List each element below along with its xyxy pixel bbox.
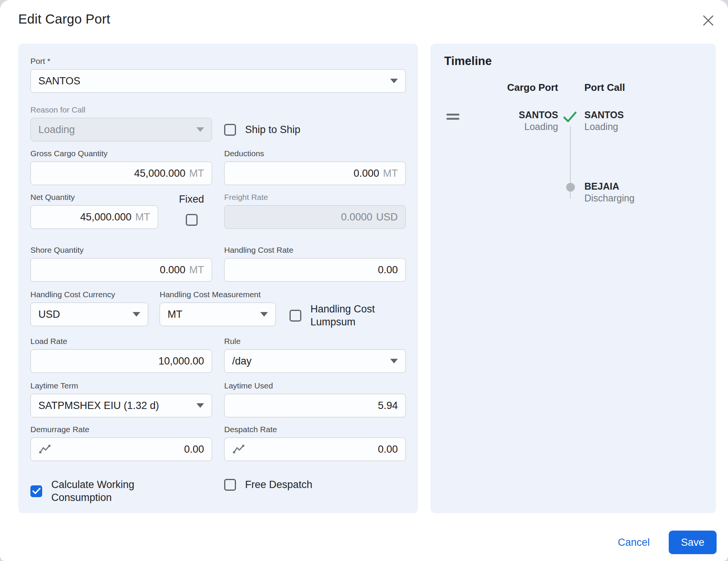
net-quantity-field: Net Quantity 45,000.000 MT bbox=[30, 193, 158, 229]
load-rate-field: Load Rate 10,000.00 bbox=[30, 337, 212, 373]
reason-for-call-select: Loading bbox=[30, 118, 212, 141]
demurrage-rate-field: Demurrage Rate 0.00 bbox=[30, 425, 212, 461]
demurrage-rate-input[interactable]: 0.00 bbox=[30, 437, 212, 461]
demurrage-rate-label: Demurrage Rate bbox=[30, 425, 212, 434]
handling-cost-measurement-label: Handling Cost Measurement bbox=[160, 290, 276, 299]
fixed-checkbox[interactable] bbox=[186, 214, 198, 226]
port-value: SANTOS bbox=[38, 75, 81, 87]
load-rate-input[interactable]: 10,000.00 bbox=[30, 349, 212, 373]
fixed-label: Fixed bbox=[179, 193, 204, 206]
handling-cost-measurement-field: Handling Cost Measurement MT bbox=[160, 290, 276, 328]
handling-cost-currency-value: USD bbox=[38, 309, 60, 320]
deductions-unit: MT bbox=[383, 168, 398, 179]
laytime-term-select[interactable]: SATPMSHEX EIU (1.32 d) bbox=[30, 394, 212, 417]
net-quantity-unit: MT bbox=[135, 211, 150, 223]
laytime-term-label: Laytime Term bbox=[30, 381, 212, 390]
save-button[interactable]: Save bbox=[669, 531, 717, 554]
handling-cost-rate-label: Handling Cost Rate bbox=[224, 246, 406, 255]
laytime-used-input[interactable]: 5.94 bbox=[224, 394, 406, 417]
rule-select[interactable]: /day bbox=[224, 349, 406, 373]
timeline-title: Timeline bbox=[444, 54, 702, 68]
despatch-rate-value: 0.00 bbox=[378, 444, 398, 455]
fixed-option: Fixed bbox=[173, 193, 210, 229]
rule-value: /day bbox=[232, 355, 252, 367]
timeline-node-dot bbox=[566, 183, 575, 192]
timeline-port-call-name: SANTOS bbox=[584, 109, 624, 121]
chevron-down-icon bbox=[196, 127, 204, 132]
despatch-rate-input[interactable]: 0.00 bbox=[224, 437, 406, 461]
handling-cost-currency-label: Handling Cost Currency bbox=[30, 290, 148, 299]
laytime-term-field: Laytime Term SATPMSHEX EIU (1.32 d) bbox=[30, 381, 212, 417]
timeline-port-call-name: BEJAIA bbox=[584, 181, 635, 192]
laytime-used-field: Laytime Used 5.94 bbox=[224, 381, 406, 417]
shore-quantity-value: 0.000 bbox=[160, 264, 185, 276]
handling-cost-lumpsum-label: Handling Cost Lumpsum bbox=[310, 303, 398, 328]
timeline-port-call-reason: Discharging bbox=[584, 192, 635, 204]
rule-field: Rule /day bbox=[224, 337, 406, 373]
deductions-value: 0.000 bbox=[353, 168, 379, 179]
net-quantity-label: Net Quantity bbox=[30, 193, 158, 202]
handling-cost-lumpsum-option: Handling Cost Lumpsum bbox=[290, 290, 398, 328]
close-button[interactable] bbox=[701, 14, 715, 27]
timeline-panel: Timeline Cargo Port Port Call SANTOS Loa… bbox=[430, 44, 716, 513]
freight-rate-label: Freight Rate bbox=[224, 193, 406, 202]
cargo-port-form-panel: Port * SANTOS Reason for Call Loading bbox=[18, 44, 418, 513]
reason-for-call-value: Loading bbox=[38, 124, 75, 136]
gross-cargo-quantity-label: Gross Cargo Quantity bbox=[30, 149, 212, 158]
load-rate-label: Load Rate bbox=[30, 337, 212, 346]
net-quantity-input[interactable]: 45,000.000 MT bbox=[30, 205, 158, 229]
net-quantity-value: 45,000.000 bbox=[80, 211, 131, 223]
reason-for-call-label: Reason for Call bbox=[30, 105, 212, 114]
free-despatch-option: Free Despatch bbox=[224, 478, 406, 491]
cancel-button[interactable]: Cancel bbox=[618, 537, 650, 548]
deductions-field: Deductions 0.000 MT bbox=[224, 149, 406, 185]
calculate-working-consumption-option: Calculate Working Consumption bbox=[30, 478, 212, 504]
port-label: Port * bbox=[30, 57, 406, 66]
shore-quantity-input[interactable]: 0.000 MT bbox=[30, 258, 212, 282]
timeline-port-call-entry: BEJAIA Discharging bbox=[584, 181, 635, 204]
calculate-working-consumption-checkbox[interactable] bbox=[30, 485, 42, 497]
gross-cargo-quantity-value: 45,000.000 bbox=[134, 168, 185, 179]
gross-cargo-quantity-input[interactable]: 45,000.000 MT bbox=[30, 162, 212, 185]
free-despatch-checkbox[interactable] bbox=[224, 479, 236, 491]
handling-cost-currency-select[interactable]: USD bbox=[30, 303, 148, 326]
handling-cost-rate-value: 0.00 bbox=[378, 264, 398, 276]
gross-cargo-quantity-field: Gross Cargo Quantity 45,000.000 MT bbox=[30, 149, 212, 185]
ship-to-ship-checkbox[interactable] bbox=[224, 124, 236, 136]
handling-cost-measurement-value: MT bbox=[168, 309, 182, 320]
handling-cost-currency-field: Handling Cost Currency USD bbox=[30, 290, 148, 328]
timeline-port-call-reason: Loading bbox=[584, 121, 624, 133]
chevron-down-icon bbox=[196, 403, 204, 408]
freight-rate-unit: USD bbox=[376, 211, 398, 223]
port-select[interactable]: SANTOS bbox=[30, 69, 406, 93]
edit-cargo-port-dialog: Edit Cargo Port Port * SANTOS Reason for… bbox=[0, 0, 728, 561]
chevron-down-icon bbox=[260, 312, 268, 317]
ship-to-ship-option: Ship to Ship bbox=[224, 123, 301, 136]
reason-for-call-field: Reason for Call Loading bbox=[30, 105, 212, 141]
rule-label: Rule bbox=[224, 337, 406, 346]
check-icon bbox=[563, 111, 577, 124]
free-despatch-label: Free Despatch bbox=[245, 478, 312, 491]
handling-cost-measurement-select[interactable]: MT bbox=[160, 303, 276, 326]
chevron-down-icon bbox=[133, 312, 140, 317]
timeline-column-port-call: Port Call bbox=[584, 82, 625, 94]
handling-cost-rate-field: Handling Cost Rate 0.00 bbox=[224, 246, 406, 282]
rate-chart-icon[interactable] bbox=[38, 444, 51, 455]
chevron-down-icon bbox=[390, 79, 398, 83]
shore-quantity-field: Shore Quantity 0.000 MT bbox=[30, 246, 212, 282]
rate-chart-icon[interactable] bbox=[232, 444, 245, 455]
freight-rate-field: Freight Rate 0.0000 USD bbox=[224, 193, 406, 229]
dialog-actions: Cancel Save bbox=[618, 531, 717, 554]
demurrage-rate-value: 0.00 bbox=[184, 444, 204, 455]
timeline-port-call-entry: SANTOS Loading bbox=[584, 109, 624, 133]
handling-cost-rate-input[interactable]: 0.00 bbox=[224, 258, 406, 282]
calculate-working-consumption-label: Calculate Working Consumption bbox=[51, 478, 150, 504]
deductions-input[interactable]: 0.000 MT bbox=[224, 162, 406, 185]
handling-cost-lumpsum-checkbox[interactable] bbox=[290, 310, 301, 322]
freight-rate-value: 0.0000 bbox=[341, 211, 372, 223]
despatch-rate-label: Despatch Rate bbox=[224, 425, 406, 434]
dialog-title: Edit Cargo Port bbox=[18, 11, 110, 27]
freight-rate-input: 0.0000 USD bbox=[224, 205, 406, 229]
load-rate-value: 10,000.00 bbox=[158, 355, 204, 367]
chevron-down-icon bbox=[390, 359, 398, 363]
